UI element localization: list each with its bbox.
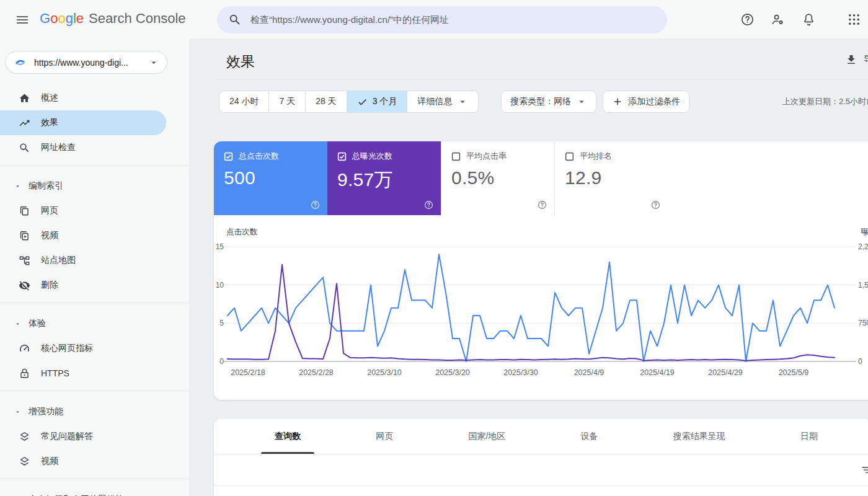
- sidebar-item-performance[interactable]: 效果: [0, 110, 166, 135]
- sitemap-icon: [19, 255, 30, 267]
- date-range-details[interactable]: 详细信息: [407, 91, 478, 112]
- help-circle-icon[interactable]: [311, 200, 320, 210]
- sidebar-item-label: 视频: [41, 456, 58, 467]
- notifications-icon[interactable]: [802, 12, 816, 27]
- property-url: https://www.young-digi...: [34, 58, 148, 68]
- sidebar-item-label: 增强功能: [29, 406, 63, 417]
- search-icon: [19, 142, 30, 154]
- manage-accounts-icon[interactable]: [771, 12, 785, 27]
- sidebar-item-label: 网址检查: [41, 142, 76, 153]
- sidebar-item-label: 核心网页指标: [41, 343, 93, 354]
- sidebar-item-https[interactable]: HTTPS: [0, 361, 166, 386]
- trending-icon: [19, 117, 30, 129]
- date-range-3m[interactable]: 3 个月: [347, 91, 407, 112]
- video-icon: [19, 230, 30, 242]
- search-type-label: 搜索类型：网络: [510, 96, 571, 107]
- sidebar-section-experience-section[interactable]: 体验: [0, 311, 189, 336]
- metric-value: 0.5%: [451, 167, 544, 188]
- date-range-7d[interactable]: 7 天: [268, 91, 305, 112]
- tab-countries[interactable]: 国家/地区: [464, 418, 509, 454]
- eye-off-icon: [19, 280, 30, 291]
- right-axis-tick: 0: [858, 357, 862, 366]
- sidebar-item-label: 概述: [41, 92, 58, 104]
- metric-label: 平均排名: [580, 151, 612, 162]
- tab-pages[interactable]: 网页: [372, 418, 397, 454]
- sidebar-item-core-web-vitals[interactable]: 核心网页指标: [0, 336, 166, 361]
- lock-icon: [19, 368, 30, 379]
- help-circle-icon[interactable]: [651, 200, 660, 210]
- x-axis-tick: 2025/5/9: [779, 368, 809, 377]
- performance-card: 总点击次数500总曝光次数9.57万平均点击率0.5%平均排名12.9 0057…: [214, 141, 868, 400]
- add-filter-label: 添加过滤条件: [628, 96, 680, 107]
- checkbox-checked-icon[interactable]: [224, 152, 233, 161]
- series-impressions-line: [228, 265, 835, 361]
- x-axis-tick: 2025/3/10: [367, 368, 402, 377]
- tab-queries[interactable]: 查询数: [271, 418, 304, 454]
- chevron-down-icon: [14, 321, 21, 327]
- sidebar-item-label: 网页: [41, 205, 58, 216]
- metric-label: 总点击次数: [239, 151, 279, 162]
- checkbox-empty-icon[interactable]: [565, 152, 574, 161]
- sidebar-section-enhancements-section[interactable]: 增强功能: [0, 399, 189, 424]
- metric-value: 500: [224, 167, 317, 188]
- app-logo: Google Search Console: [40, 11, 186, 27]
- segment-label: 28 天: [316, 96, 336, 107]
- right-axis-title: 曝光次数: [861, 228, 868, 236]
- metric-card-avg-ctr[interactable]: 平均点击率0.5%: [441, 141, 554, 215]
- url-inspect-search-bar[interactable]: 检查“https://www.young-digital.cn/”中的任何网址: [217, 6, 667, 33]
- sidebar-item-pages[interactable]: 网页: [0, 198, 166, 223]
- tab-search-appearance[interactable]: 搜索结果呈现: [670, 418, 729, 454]
- x-axis-tick: 2025/2/28: [299, 368, 334, 377]
- help-circle-icon[interactable]: [424, 200, 433, 210]
- segment-label: 24 小时: [229, 96, 259, 107]
- app-name: Search Console: [89, 11, 186, 27]
- search-placeholder: 检查“https://www.young-digital.cn/”中的任何网址: [250, 14, 449, 26]
- sidebar-item-label: 常见问题解答: [41, 431, 93, 442]
- x-axis-tick: 2025/4/29: [708, 368, 743, 377]
- sidebar-item-url-inspection[interactable]: 网址检查: [0, 135, 166, 160]
- date-range-28d[interactable]: 28 天: [305, 91, 346, 112]
- add-filter-chip[interactable]: 添加过滤条件: [603, 91, 689, 113]
- sidebar-section-indexing-section[interactable]: 编制索引: [0, 174, 189, 198]
- right-axis-tick: 750: [858, 319, 868, 327]
- sidebar: https://www.young-digi... 概述效果网址检查编制索引网页…: [0, 38, 189, 496]
- search-type-chip[interactable]: 搜索类型：网络: [501, 91, 596, 113]
- performance-chart: 005750101,500152,250点击次数曝光次数2025/2/18202…: [214, 218, 868, 400]
- filter-list-icon[interactable]: [861, 464, 868, 476]
- checkbox-empty-icon[interactable]: [451, 152, 461, 161]
- sidebar-item-videos[interactable]: 视频: [0, 223, 166, 248]
- chevron-down-icon: [457, 96, 468, 107]
- export-button[interactable]: 导出: [845, 53, 868, 66]
- apps-grid-icon[interactable]: [847, 12, 861, 27]
- metric-card-total-clicks[interactable]: 总点击次数500: [214, 141, 327, 215]
- sidebar-item-label: 视频: [41, 230, 58, 241]
- google-logo: Google: [40, 11, 84, 27]
- checkbox-checked-icon[interactable]: [337, 152, 347, 161]
- property-selector[interactable]: https://www.young-digi...: [5, 51, 167, 74]
- date-range-24h[interactable]: 24 小时: [219, 91, 268, 112]
- sidebar-item-removals[interactable]: 删除: [0, 273, 166, 298]
- sidebar-item-overview[interactable]: 概述: [0, 86, 166, 110]
- logo-letter: g: [66, 11, 73, 26]
- metric-value: 9.57万: [337, 167, 431, 193]
- tab-devices[interactable]: 设备: [577, 418, 602, 454]
- sidebar-item-faq[interactable]: 常见问题解答: [0, 424, 166, 449]
- metric-card-total-impressions[interactable]: 总曝光次数9.57万: [327, 141, 441, 215]
- menu-icon[interactable]: [15, 12, 30, 27]
- sidebar-section-security-manual-actions[interactable]: 安全问题和人工处置措施: [0, 487, 189, 496]
- tab-dates[interactable]: 日期: [797, 418, 822, 454]
- metric-card-avg-position[interactable]: 平均排名12.9: [554, 141, 668, 215]
- help-icon[interactable]: [740, 12, 755, 27]
- sidebar-item-sitemaps[interactable]: 站点地图: [0, 248, 166, 273]
- sidebar-divider: [0, 391, 189, 391]
- date-range-segmented-control: 24 小时7 天28 天3 个月详细信息: [219, 91, 479, 113]
- x-axis-tick: 2025/3/30: [503, 368, 538, 377]
- sidebar-divider: [0, 479, 189, 479]
- rich-results-icon: [19, 431, 30, 443]
- sidebar-divider: [0, 165, 189, 166]
- right-axis-tick: 1,500: [858, 281, 868, 290]
- sidebar-item-label: 编制索引: [29, 180, 63, 192]
- help-circle-icon[interactable]: [538, 200, 547, 210]
- plus-icon: [612, 96, 623, 107]
- sidebar-item-videos-enhancement[interactable]: 视频: [0, 449, 166, 474]
